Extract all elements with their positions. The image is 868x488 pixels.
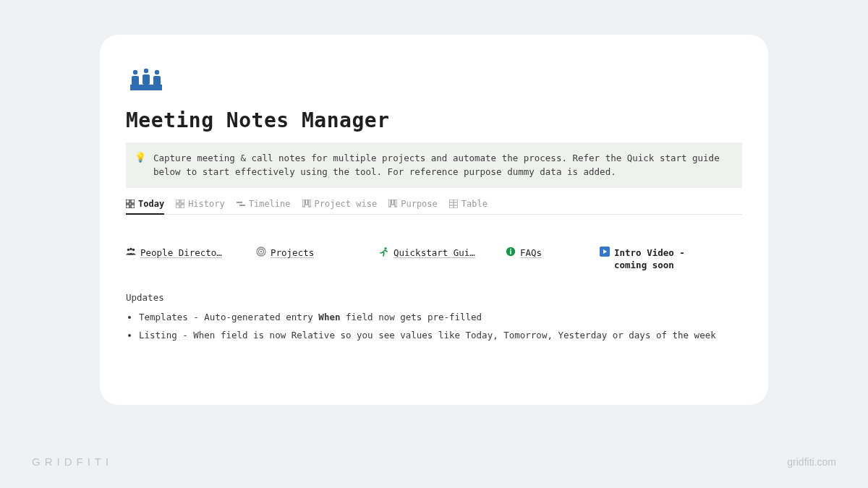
link-label: FAQs: [520, 247, 542, 260]
tab-label: History: [188, 199, 225, 209]
info-icon: [506, 247, 516, 257]
updates-list: Templates - Auto-generated entry When fi…: [126, 309, 742, 345]
tab-label: Timeline: [249, 199, 291, 209]
svg-rect-19: [309, 200, 311, 207]
link-label: People Directo…: [140, 247, 222, 260]
svg-rect-21: [392, 200, 394, 205]
svg-point-27: [127, 248, 130, 251]
callout-text: Capture meeting & call notes for multipl…: [153, 151, 732, 179]
svg-point-1: [144, 69, 148, 73]
svg-point-0: [133, 70, 137, 74]
link-label: Projects: [271, 247, 314, 260]
link-label: Quickstart Gui…: [393, 247, 475, 260]
lightbulb-icon: 💡: [135, 151, 146, 179]
updates-heading: Updates: [126, 292, 742, 303]
footer-brand: GRIDFITI: [32, 455, 113, 468]
tab-project-wise[interactable]: Project wise: [302, 195, 378, 214]
tab-label: Purpose: [401, 199, 438, 209]
tab-history[interactable]: History: [176, 195, 225, 214]
svg-rect-6: [130, 85, 162, 90]
svg-rect-8: [131, 200, 135, 203]
svg-rect-20: [388, 200, 391, 207]
gallery-icon: [176, 200, 184, 208]
link-projects[interactable]: Projects: [256, 247, 379, 272]
svg-rect-12: [181, 200, 184, 203]
list-item: Listing - When field is now Relative so …: [139, 327, 742, 345]
board-icon: [302, 200, 311, 208]
link-quickstart-guide[interactable]: Quickstart Gui…: [379, 247, 506, 272]
tab-timeline[interactable]: Timeline: [237, 195, 291, 214]
svg-point-29: [132, 248, 135, 251]
svg-rect-35: [510, 250, 511, 254]
svg-point-32: [260, 251, 262, 252]
gallery-icon: [126, 200, 135, 208]
tab-today[interactable]: Today: [126, 195, 164, 215]
quick-links-row: People Directo… Projects Quickstart Gui……: [126, 247, 742, 272]
svg-rect-22: [395, 200, 397, 207]
tab-label: Project wise: [315, 199, 378, 209]
tab-table[interactable]: Table: [449, 195, 488, 214]
svg-rect-18: [305, 200, 307, 205]
svg-rect-7: [126, 200, 129, 203]
svg-rect-3: [132, 76, 139, 86]
tab-label: Today: [138, 199, 164, 209]
svg-point-28: [129, 248, 132, 251]
play-icon: [600, 247, 610, 257]
svg-point-36: [510, 249, 511, 250]
link-people-directory[interactable]: People Directo…: [126, 247, 256, 272]
svg-rect-17: [302, 200, 305, 207]
link-faqs[interactable]: FAQs: [506, 247, 600, 272]
meeting-people-icon: [126, 67, 166, 95]
svg-rect-14: [181, 205, 184, 208]
page-card: Meeting Notes Manager 💡 Capture meeting …: [100, 35, 768, 405]
svg-rect-15: [237, 202, 242, 203]
runner-icon: [379, 247, 389, 257]
board-icon: [388, 200, 397, 208]
page-title: Meeting Notes Manager: [126, 108, 742, 132]
tab-label: Table: [461, 199, 488, 209]
footer-url: gridfiti.com: [787, 456, 836, 468]
svg-rect-11: [176, 200, 179, 203]
tab-purpose[interactable]: Purpose: [388, 195, 438, 214]
view-tabs: Today History Timeline Project wise Purp…: [126, 195, 742, 215]
link-label: Intro Video - coming soon: [614, 247, 723, 272]
svg-point-2: [155, 70, 159, 74]
info-callout: 💡 Capture meeting & call notes for multi…: [126, 142, 742, 188]
list-item: Templates - Auto-generated entry When fi…: [139, 309, 742, 327]
table-icon: [449, 200, 458, 208]
svg-rect-16: [239, 205, 245, 206]
svg-rect-4: [142, 74, 150, 85]
svg-rect-13: [176, 205, 179, 208]
svg-rect-9: [126, 205, 129, 208]
target-icon: [256, 247, 266, 257]
svg-rect-10: [131, 205, 135, 208]
svg-rect-5: [153, 76, 161, 86]
svg-point-33: [384, 247, 386, 249]
people-icon: [126, 247, 136, 257]
timeline-icon: [237, 200, 245, 208]
link-intro-video[interactable]: Intro Video - coming soon: [600, 247, 723, 272]
